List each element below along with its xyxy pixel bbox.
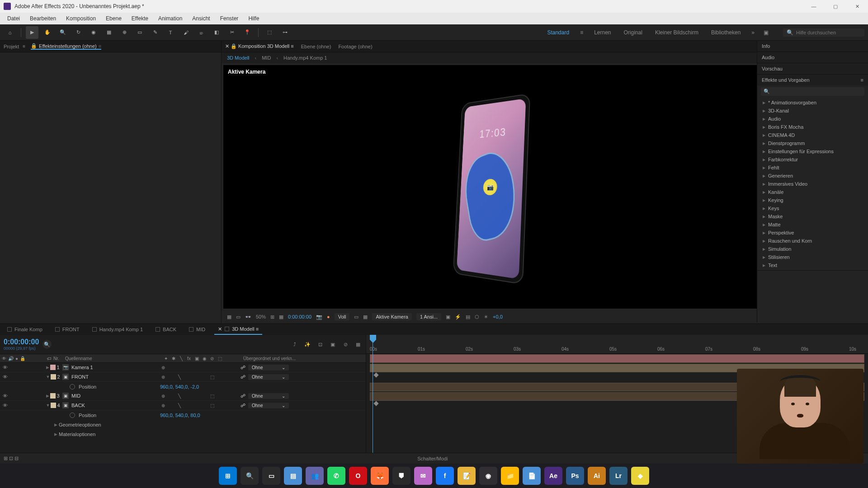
taskbar-notes[interactable]: 📝	[458, 467, 476, 485]
taskbar-widgets[interactable]: ▤	[284, 467, 302, 485]
expand-arrow-icon[interactable]: ▶	[46, 394, 49, 398]
timeline-icon[interactable]: ▤	[466, 314, 470, 320]
layer-row-kamera-1[interactable]: 👁▶1📷Kamera 1⊕☍Ohne⌄	[0, 363, 366, 372]
panel-tab-projekt[interactable]: Projekt ≡	[4, 44, 25, 49]
effects-panel-header[interactable]: Effekte und Vorgaben≡	[757, 75, 868, 85]
stopwatch-icon[interactable]	[70, 413, 75, 418]
workspace-kleiner-bildschirm[interactable]: Kleiner Bildschirm	[653, 26, 700, 39]
position-value[interactable]: 960,0, 540,0, -2,0	[160, 384, 199, 389]
effect-category-boris-fx-mocha[interactable]: ▶ Boris FX Mocha	[757, 123, 868, 131]
track-bar-kamera 1[interactable]	[370, 354, 864, 363]
current-time[interactable]: 0:00:00:00	[288, 314, 311, 319]
shape-tool[interactable]: ▭	[133, 26, 146, 39]
effect-category-keying[interactable]: ▶ Keying	[757, 196, 868, 204]
taskbar-unknown1[interactable]: ⛊	[392, 467, 410, 485]
menu-effekte[interactable]: Effekte	[127, 14, 153, 23]
switches-modes-toggle[interactable]: Schalter/Modi	[19, 456, 846, 461]
home-tool[interactable]: ⌂	[4, 26, 16, 39]
taskbar-obs[interactable]: ◉	[479, 467, 497, 485]
hand-tool[interactable]: ✋	[41, 26, 54, 39]
effect-category-dienstprogramm[interactable]: ▶ Dienstprogramm	[757, 139, 868, 147]
toggle-switches-icon[interactable]: ⊞ ⊡ ⊟	[4, 455, 19, 461]
menu-ansicht[interactable]: Ansicht	[188, 14, 214, 23]
hide-shy-icon[interactable]: ⊡	[316, 340, 324, 348]
safe-zones-icon[interactable]: ⊞	[270, 314, 274, 320]
workspace-overflow-icon[interactable]: »	[751, 29, 755, 36]
maximize-button[interactable]: ▢	[828, 1, 843, 12]
timeline-current-time[interactable]: 0:00:00:00	[4, 338, 39, 346]
close-tab-icon[interactable]: ≡	[23, 44, 25, 49]
effect-category-maske[interactable]: ▶ Maske	[757, 212, 868, 221]
taskbar-misc[interactable]: ◆	[631, 467, 649, 485]
snapshot-icon[interactable]: 📷	[316, 314, 322, 320]
pen-tool[interactable]: ✎	[149, 26, 161, 39]
eye-column-icon[interactable]: 👁	[2, 356, 6, 361]
taskbar-whatsapp[interactable]: ✆	[327, 467, 345, 485]
pan-behind-tool[interactable]: ⊕	[118, 26, 131, 39]
property-position[interactable]: Position960,0, 540,0, -2,0	[0, 382, 366, 391]
resolution-select[interactable]: Voll	[335, 313, 350, 320]
frame-blend-icon[interactable]: ▣	[329, 340, 337, 348]
timeline-tab-front[interactable]: FRONT	[52, 325, 83, 334]
effect-category-perspektive[interactable]: ▶ Perspektive	[757, 229, 868, 237]
selection-tool[interactable]: ▶	[26, 26, 38, 39]
help-search[interactable]: 🔍	[783, 28, 864, 37]
pickwhip-icon[interactable]: ☍	[241, 393, 245, 399]
workspace-box-icon[interactable]: ▣	[764, 29, 769, 36]
playhead[interactable]	[370, 335, 376, 343]
visibility-toggle[interactable]: 👁	[2, 364, 8, 371]
clone-tool[interactable]: ⎄	[195, 26, 208, 39]
effects-search[interactable]: 🔍	[761, 87, 864, 96]
effect-category-generieren[interactable]: ▶ Generieren	[757, 172, 868, 180]
align-tool[interactable]: ⬚	[263, 26, 276, 39]
flowchart-icon[interactable]: ⬡	[475, 314, 479, 320]
effect-category-fehlt[interactable]: ▶ Fehlt	[757, 164, 868, 172]
views-select[interactable]: 1 Ansi...	[416, 313, 441, 320]
effect-category-kan-le[interactable]: ▶ Kanäle	[757, 188, 868, 196]
timeline-tab-back[interactable]: BACK	[152, 325, 180, 334]
menu-fenster[interactable]: Fenster	[216, 14, 243, 23]
comp-mini-flowchart-icon[interactable]: ⤴	[291, 340, 299, 348]
workspace-standard[interactable]: Standard	[545, 26, 571, 39]
menu-bearbeiten[interactable]: Bearbeiten	[25, 14, 61, 23]
effect-category-matte[interactable]: ▶ Matte	[757, 221, 868, 229]
channel-icon[interactable]: ▦	[279, 314, 283, 320]
fast-preview-icon[interactable]: ⚡	[455, 314, 461, 320]
motion-blur-icon[interactable]: ⊘	[341, 340, 349, 348]
timeline-tab-3d-modell[interactable]: ✕ 3D Modell ≡	[214, 324, 262, 335]
effect-category-einstellungen-f-r-expressions[interactable]: ▶ Einstellungen für Expressions	[757, 147, 868, 155]
camera-select[interactable]: Aktive Kamera	[372, 313, 412, 320]
audio-column-icon[interactable]: 🔊	[8, 356, 14, 361]
roto-tool[interactable]: ✂	[226, 26, 238, 39]
taskbar-lightroom[interactable]: Lr	[609, 467, 627, 485]
expand-arrow-icon[interactable]: ▼	[46, 375, 50, 379]
taskbar-facebook[interactable]: f	[436, 467, 454, 485]
comp-tab-2[interactable]: Footage (ohne)	[338, 44, 372, 49]
keyframe-marker[interactable]	[373, 372, 378, 377]
roi-icon[interactable]: ▭	[354, 314, 359, 320]
color-mgmt-icon[interactable]: ●	[327, 314, 330, 319]
effect-category-3d-kanal[interactable]: ▶ 3D-Kanal	[757, 107, 868, 115]
comp-nav-handy-mp4-komp-1[interactable]: Handy.mp4 Komp 1	[283, 55, 327, 61]
pickwhip-icon[interactable]: ☍	[241, 403, 245, 408]
effect-category-audio[interactable]: ▶ Audio	[757, 115, 868, 123]
timeline-search-icon[interactable]: 🔍	[42, 340, 52, 349]
menu-komposition[interactable]: Komposition	[61, 14, 100, 23]
parent-dropdown[interactable]: Ohne⌄	[248, 403, 289, 408]
menu-datei[interactable]: Datei	[3, 14, 24, 23]
parent-dropdown[interactable]: Ohne⌄	[248, 365, 289, 371]
menu-animation[interactable]: Animation	[154, 14, 187, 23]
snap-tool[interactable]: ⊶	[278, 26, 291, 39]
comp-tab-0[interactable]: ✕ 🔒 Komposition 3D Modell ≡	[225, 43, 294, 49]
property-prop_mat[interactable]: ▶ Materialoptionen	[0, 429, 366, 439]
taskbar-editor[interactable]: 📄	[523, 467, 541, 485]
layer-row-front[interactable]: 👁▼2▣FRONT⊕╲⬚☍Ohne⌄	[0, 372, 366, 382]
info-panel-header[interactable]: Info	[757, 41, 868, 52]
menu-hilfe[interactable]: Hilfe	[244, 14, 264, 23]
taskbar-windows-start[interactable]: ⊞	[219, 467, 237, 485]
brush-tool[interactable]: 🖌	[179, 26, 192, 39]
graph-editor-icon[interactable]: ▦	[354, 340, 362, 348]
taskbar-teams[interactable]: 👥	[306, 467, 324, 485]
solo-column-icon[interactable]: ●	[15, 356, 18, 361]
effect-category-rauschen-und-korn[interactable]: ▶ Rauschen und Korn	[757, 237, 868, 245]
